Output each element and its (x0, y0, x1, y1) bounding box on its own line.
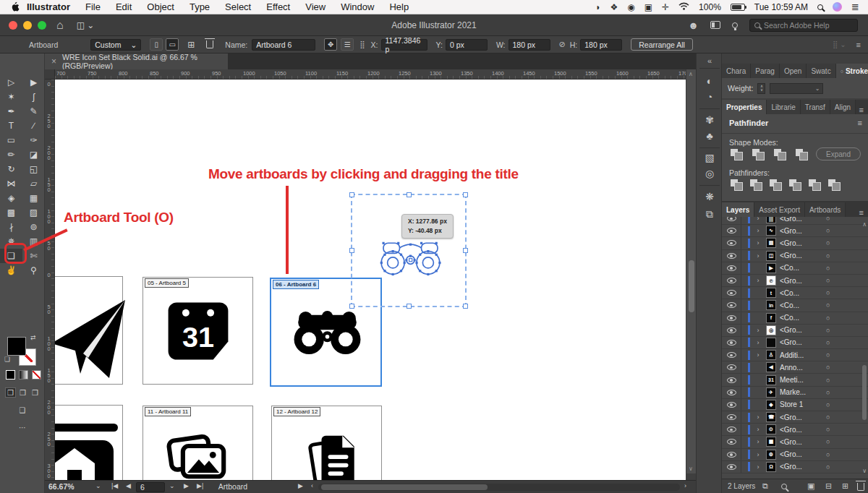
menu-item-illustrator[interactable]: Illustrator (27, 1, 70, 12)
layer-row[interactable]: 31Meeti...○ (722, 374, 868, 386)
layer-name[interactable]: Anno... (780, 364, 825, 372)
target-circle-icon[interactable]: ○ (826, 289, 830, 296)
layer-name[interactable]: <Gro... (780, 463, 825, 471)
minus-back-button[interactable] (827, 179, 841, 191)
selection-tool[interactable]: ▶ (22, 75, 45, 90)
target-circle-icon[interactable]: ○ (826, 265, 830, 272)
visibility-toggle[interactable] (722, 390, 741, 395)
layer-row[interactable]: ›⚙<Gro...○ (722, 449, 868, 461)
intersect-button[interactable] (773, 149, 787, 160)
resize-handle[interactable] (463, 248, 468, 253)
rearrange-all-button[interactable]: Rearrange All (631, 38, 693, 51)
unite-button[interactable] (729, 149, 744, 160)
width-field[interactable]: 180 px (509, 39, 550, 51)
y-position-field[interactable]: 0 px (446, 39, 488, 51)
lock-column[interactable] (741, 237, 746, 249)
layer-row[interactable]: ›♙Additi...○ (722, 349, 868, 361)
layer-row[interactable]: ›☎<Gro...○ (722, 411, 868, 424)
visibility-toggle[interactable] (722, 377, 741, 383)
layer-name[interactable]: Additi... (780, 351, 825, 359)
layer-row[interactable]: ›Ω<Gro...○ (722, 461, 868, 473)
lock-column[interactable] (741, 461, 746, 473)
menu-item-edit[interactable]: Edit (116, 1, 132, 12)
expand-chevron-icon[interactable]: › (750, 438, 766, 445)
layer-row[interactable]: ◆Store 1○ (722, 399, 868, 411)
shaper-tool[interactable]: ✏ (0, 147, 22, 162)
layer-row[interactable]: ›▤<Gro...○ (722, 237, 868, 249)
zoom-chevron-icon[interactable]: ⌄ (95, 482, 101, 489)
rectangle-tool[interactable]: ▭ (0, 133, 22, 147)
layer-row[interactable]: ▶<Co...○ (722, 262, 868, 275)
visibility-toggle[interactable] (722, 290, 741, 296)
target-circle-icon[interactable]: ○ (826, 301, 830, 309)
visibility-toggle[interactable] (722, 352, 741, 358)
target-circle-icon[interactable]: ○ (826, 339, 830, 346)
panel-menu-icon[interactable]: ≡ (859, 106, 868, 114)
perspective-grid-tool[interactable]: ▦ (22, 191, 45, 205)
gradient-panel-icon[interactable]: ◔ (697, 91, 723, 103)
discover-lightbulb-icon[interactable] (732, 22, 738, 28)
prev-artboard-button[interactable]: ◀ (126, 482, 131, 489)
target-circle-icon[interactable]: ○ (826, 364, 830, 371)
artboard-12[interactable]: 12 - Artboard 12 (271, 406, 382, 480)
layer-name[interactable]: Marke... (780, 388, 825, 396)
layer-name[interactable]: <Gro... (780, 326, 825, 334)
target-circle-icon[interactable]: ○ (826, 239, 830, 246)
menu-item-object[interactable]: Object (147, 1, 174, 12)
zoom-level-field[interactable]: 66.67% (48, 482, 75, 491)
edit-toolbar-button[interactable]: ⋯ (13, 422, 32, 432)
type-tool[interactable]: T (0, 119, 22, 133)
visibility-toggle[interactable] (722, 402, 741, 408)
target-circle-icon[interactable]: ○ (826, 463, 830, 471)
horizontal-scrollbar[interactable] (318, 484, 680, 491)
lock-column[interactable] (741, 374, 746, 385)
weight-stepper[interactable]: ∧∨ (757, 83, 765, 94)
layers-scrollbar-thumb[interactable] (862, 365, 867, 420)
visibility-toggle[interactable] (722, 452, 741, 458)
lock-column[interactable] (741, 299, 746, 311)
tab-swatc[interactable]: Swatc (807, 64, 835, 78)
visibility-toggle[interactable] (722, 217, 741, 221)
lock-column[interactable] (741, 449, 746, 460)
expand-chevron-icon[interactable]: › (750, 463, 766, 471)
transparency-panel-icon[interactable]: ◎ (697, 168, 723, 179)
eraser-tool[interactable]: ◪ (22, 147, 45, 162)
layer-name[interactable]: <Co... (780, 314, 825, 322)
target-circle-icon[interactable]: ○ (826, 413, 830, 421)
status-play-icon[interactable]: ▶ (298, 482, 303, 489)
artboard-home[interactable] (55, 405, 123, 480)
layer-name[interactable]: <Co... (780, 301, 825, 309)
color-fill-button[interactable] (6, 370, 15, 380)
lock-column[interactable] (741, 349, 746, 361)
target-circle-icon[interactable]: ○ (826, 401, 830, 408)
scroll-up-icon[interactable]: ∧ (689, 71, 693, 77)
visibility-toggle[interactable] (722, 253, 741, 259)
tab-layers[interactable]: Layers (722, 202, 754, 217)
tab-stroke[interactable]: ○Stroke (836, 64, 868, 78)
expand-chevron-icon[interactable]: › (750, 413, 766, 421)
menu-item-effect[interactable]: Effect (266, 1, 290, 12)
layer-name[interactable]: <Gro... (780, 277, 825, 285)
hand-tool[interactable]: ✌ (0, 263, 22, 278)
photos-app-icon[interactable]: ▣ (644, 3, 652, 12)
visibility-toggle[interactable] (722, 302, 741, 308)
expand-chevron-icon[interactable]: › (750, 217, 766, 222)
visibility-toggle[interactable] (722, 327, 741, 333)
fill-color-swatch[interactable] (7, 337, 26, 356)
tab-open[interactable]: Open (780, 64, 807, 78)
artboard-11-label[interactable]: 11 - Artboard 11 (145, 407, 191, 416)
delete-artboard-button[interactable] (206, 40, 213, 48)
expand-chevron-icon[interactable]: › (750, 351, 766, 359)
draw-inside-button[interactable]: ❐ (30, 387, 41, 398)
resize-handle[interactable] (349, 304, 354, 309)
layer-name[interactable]: <Gro... (780, 252, 825, 260)
siri-icon[interactable] (833, 2, 842, 12)
resize-handle[interactable] (349, 192, 354, 197)
resize-handle[interactable] (463, 192, 468, 197)
pathfinder-panel-icon[interactable]: ⧉ (697, 208, 723, 220)
expand-chevron-icon[interactable]: › (750, 339, 766, 346)
make-clipping-mask-icon[interactable]: ▣ (807, 481, 814, 491)
horizontal-scrollbar-thumb[interactable] (321, 484, 488, 490)
layer-row[interactable]: ›∿<Gro...○ (722, 225, 868, 237)
window-minimize-button[interactable] (23, 21, 32, 30)
